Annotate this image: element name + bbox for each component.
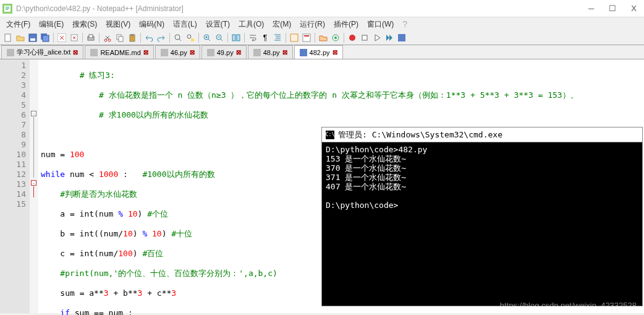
fold-column: - - [30, 59, 38, 313]
titlebar: D:\python\code\482.py - Notepad++ [Admin… [0, 0, 644, 17]
fold-toggle-icon[interactable]: - [31, 111, 36, 116]
svg-rect-26 [237, 35, 240, 41]
svg-rect-38 [207, 49, 214, 56]
svg-point-31 [334, 37, 337, 39]
tab-bar: 学习心得_alice.txt⊠ README.md⊠ 46.py⊠ 49.py⊠… [0, 45, 644, 59]
tab-file-2[interactable]: 46.py⊠ [155, 45, 200, 59]
svg-rect-39 [253, 49, 261, 56]
close-icon[interactable]: ⊠ [333, 49, 337, 56]
menubar: 文件(F) 编辑(E) 搜索(S) 视图(V) 编码(N) 语言(L) 设置(T… [0, 17, 644, 31]
zoom-in-icon[interactable] [201, 32, 213, 43]
svg-rect-5 [5, 34, 11, 41]
menu-run[interactable]: 运行(R) [296, 18, 329, 31]
svg-point-21 [187, 35, 191, 38]
save-icon[interactable] [27, 32, 38, 43]
close-icon[interactable]: ⊠ [73, 49, 78, 56]
menu-language[interactable]: 语言(L) [169, 18, 201, 31]
svg-rect-34 [398, 34, 405, 41]
terminal-titlebar[interactable]: C:\ 管理员: C:\Windows\System32\cmd.exe [322, 127, 642, 142]
window-controls: ─ ☐ X [588, 4, 642, 13]
redo-icon[interactable] [156, 32, 167, 43]
show-all-chars-icon[interactable]: ¶ [260, 32, 271, 43]
close-icon[interactable]: ⊠ [190, 49, 195, 56]
svg-rect-22 [191, 38, 194, 41]
find-icon[interactable] [172, 32, 184, 43]
svg-rect-35 [7, 49, 14, 56]
menu-macro[interactable]: 宏(M) [269, 18, 295, 31]
svg-rect-2 [6, 7, 9, 7]
menu-help[interactable]: ? [399, 19, 411, 29]
tab-file-4[interactable]: 48.py⊠ [248, 45, 293, 59]
fold-toggle-icon[interactable]: - [31, 180, 36, 186]
close-file-icon[interactable] [56, 32, 67, 43]
minimize-button[interactable]: ─ [588, 4, 594, 13]
cut-icon[interactable] [102, 32, 113, 43]
svg-rect-19 [131, 34, 133, 36]
svg-rect-13 [89, 35, 93, 38]
close-button[interactable]: X [631, 4, 637, 13]
menu-encoding[interactable]: 编码(N) [135, 18, 168, 31]
svg-point-20 [175, 35, 180, 40]
close-all-icon[interactable] [69, 32, 80, 43]
save-macro-icon[interactable] [396, 32, 407, 43]
new-file-icon[interactable] [2, 32, 14, 43]
folder-icon[interactable] [318, 32, 329, 43]
terminal-window: C:\ 管理员: C:\Windows\System32\cmd.exe D:\… [321, 127, 643, 306]
svg-rect-17 [119, 37, 123, 41]
menu-view[interactable]: 视图(V) [102, 18, 134, 31]
svg-rect-25 [232, 35, 235, 41]
svg-rect-40 [300, 49, 307, 56]
monitor-icon[interactable] [330, 32, 341, 43]
terminal-output[interactable]: D:\python\code>482.py 153 是一个水仙花数~ 370 是… [322, 142, 642, 212]
svg-rect-37 [161, 49, 168, 56]
svg-rect-7 [30, 38, 35, 41]
wrap-icon[interactable] [247, 32, 258, 43]
print-icon[interactable] [85, 32, 96, 43]
line-number-gutter: 123456789101112131415 [0, 59, 30, 313]
cmd-icon: C:\ [326, 131, 334, 139]
svg-rect-4 [6, 9, 8, 10]
svg-rect-29 [304, 35, 309, 37]
terminal-title-text: 管理员: C:\Windows\System32\cmd.exe [338, 129, 502, 140]
window-title: D:\python\code\482.py - Notepad++ [Admin… [16, 4, 588, 13]
indent-guide-icon[interactable] [272, 32, 283, 43]
play-multi-icon[interactable] [384, 32, 395, 43]
app-icon [2, 4, 12, 14]
menu-edit[interactable]: 编辑(E) [35, 18, 67, 31]
svg-rect-3 [6, 8, 9, 9]
record-icon[interactable] [347, 32, 358, 43]
paste-icon[interactable] [127, 32, 138, 43]
tab-file-1[interactable]: README.md⊠ [85, 45, 153, 59]
maximize-button[interactable]: ☐ [609, 4, 616, 13]
close-icon[interactable]: ⊠ [143, 49, 148, 56]
menu-tools[interactable]: 工具(O) [235, 18, 268, 31]
svg-rect-28 [303, 34, 310, 41]
tab-file-5[interactable]: 482.py⊠ [294, 45, 343, 59]
menu-plugins[interactable]: 插件(P) [330, 18, 362, 31]
func-list-icon[interactable] [289, 32, 300, 43]
tab-file-3[interactable]: 49.py⊠ [201, 45, 247, 59]
close-icon[interactable]: ⊠ [282, 49, 287, 56]
open-file-icon[interactable] [15, 32, 26, 43]
menu-window[interactable]: 窗口(W) [363, 18, 397, 31]
menu-file[interactable]: 文件(F) [2, 18, 34, 31]
undo-icon[interactable] [143, 32, 155, 43]
menu-settings[interactable]: 设置(T) [202, 18, 234, 31]
watermark: https://blog.csdn.net/weixin_42332528 [500, 301, 637, 310]
zoom-out-icon[interactable] [214, 32, 225, 43]
close-icon[interactable]: ⊠ [236, 49, 241, 56]
doc-map-icon[interactable] [301, 32, 312, 43]
menu-search[interactable]: 搜索(S) [69, 18, 101, 31]
copy-icon[interactable] [114, 32, 125, 43]
sync-scroll-icon[interactable] [231, 32, 242, 43]
svg-rect-27 [290, 34, 298, 41]
toolbar: ¶ [0, 31, 644, 45]
stop-icon[interactable] [359, 32, 370, 43]
svg-point-32 [349, 35, 355, 41]
tab-file-0[interactable]: 学习心得_alice.txt⊠ [1, 45, 83, 59]
play-icon[interactable] [371, 32, 383, 43]
save-all-icon[interactable] [40, 32, 51, 43]
svg-rect-36 [90, 49, 98, 56]
replace-icon[interactable] [185, 32, 196, 43]
svg-rect-9 [43, 35, 49, 41]
